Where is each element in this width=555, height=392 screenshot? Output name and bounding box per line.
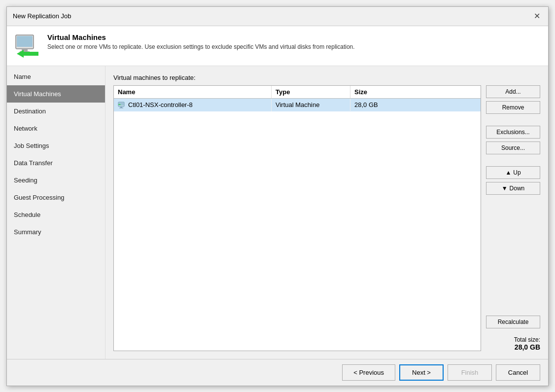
exclusions-button[interactable]: Exclusions... bbox=[486, 126, 540, 139]
total-size-value: 28,0 GB bbox=[486, 343, 540, 351]
down-arrow-icon: ▼ bbox=[502, 185, 508, 192]
table-header: Name Type Size bbox=[114, 86, 481, 99]
svg-rect-8 bbox=[119, 107, 123, 108]
cancel-button[interactable]: Cancel bbox=[496, 364, 540, 381]
cell-name: Ctl01-NSX-controller-8 bbox=[114, 99, 272, 111]
header-area: Virtual Machines Select one or more VMs … bbox=[7, 26, 548, 66]
close-button[interactable]: ✕ bbox=[531, 11, 542, 22]
sidebar-item-data-transfer[interactable]: Data Transfer bbox=[7, 154, 105, 172]
sidebar: Name Virtual Machines Destination Networ… bbox=[7, 66, 105, 359]
table-label: Virtual machines to replicate: bbox=[113, 74, 540, 81]
dialog-window: New Replication Job ✕ Virtual Machines S… bbox=[6, 6, 549, 386]
col-header-name: Name bbox=[114, 86, 272, 98]
title-bar: New Replication Job ✕ bbox=[7, 7, 548, 26]
sidebar-item-guest-processing[interactable]: Guest Processing bbox=[7, 189, 105, 206]
button-panel: Add... Remove Exclusions... Source... ▲ … bbox=[486, 85, 540, 351]
col-header-type: Type bbox=[272, 86, 350, 98]
main-area: Name Virtual Machines Destination Networ… bbox=[7, 66, 548, 359]
sidebar-item-name[interactable]: Name bbox=[7, 68, 105, 85]
svg-rect-1 bbox=[17, 36, 33, 47]
table-and-buttons: Name Type Size bbox=[113, 85, 540, 351]
sidebar-item-summary[interactable]: Summary bbox=[7, 223, 105, 241]
source-button[interactable]: Source... bbox=[486, 142, 540, 154]
total-size-area: Total size: 28,0 GB bbox=[486, 336, 540, 351]
cell-type: Virtual Machine bbox=[272, 99, 350, 111]
down-button[interactable]: ▼ Down bbox=[486, 182, 540, 195]
sidebar-item-job-settings[interactable]: Job Settings bbox=[7, 137, 105, 154]
previous-button[interactable]: < Previous bbox=[342, 364, 395, 381]
vm-name: Ctl01-NSX-controller-8 bbox=[128, 101, 193, 108]
up-arrow-icon: ▲ bbox=[505, 169, 511, 176]
sidebar-item-network[interactable]: Network bbox=[7, 120, 105, 137]
total-size-label: Total size: bbox=[486, 336, 540, 343]
vm-icon bbox=[118, 101, 126, 109]
cell-size: 28,0 GB bbox=[350, 99, 400, 111]
window-title: New Replication Job bbox=[13, 12, 71, 20]
finish-button[interactable]: Finish bbox=[448, 364, 492, 381]
table-row[interactable]: Ctl01-NSX-controller-8 Virtual Machine 2… bbox=[114, 99, 481, 111]
header-text: Virtual Machines Select one or more VMs … bbox=[47, 33, 355, 50]
sidebar-item-schedule[interactable]: Schedule bbox=[7, 206, 105, 223]
header-icon bbox=[15, 33, 40, 59]
vm-table: Name Type Size bbox=[113, 85, 481, 351]
header-title: Virtual Machines bbox=[47, 33, 355, 41]
footer: < Previous Next > Finish Cancel bbox=[7, 359, 548, 386]
up-button[interactable]: ▲ Up bbox=[486, 166, 540, 179]
content-area: Virtual machines to replicate: Name Type… bbox=[105, 66, 548, 359]
add-button[interactable]: Add... bbox=[486, 85, 540, 98]
sidebar-item-seeding[interactable]: Seeding bbox=[7, 172, 105, 189]
sidebar-item-destination[interactable]: Destination bbox=[7, 103, 105, 120]
recalculate-button[interactable]: Recalculate bbox=[486, 316, 540, 328]
next-button[interactable]: Next > bbox=[399, 364, 444, 381]
svg-rect-7 bbox=[120, 107, 122, 108]
col-header-size: Size bbox=[350, 86, 400, 98]
header-description: Select one or more VMs to replicate. Use… bbox=[47, 43, 355, 50]
remove-button[interactable]: Remove bbox=[486, 101, 540, 114]
sidebar-item-virtual-machines[interactable]: Virtual Machines bbox=[7, 85, 105, 103]
